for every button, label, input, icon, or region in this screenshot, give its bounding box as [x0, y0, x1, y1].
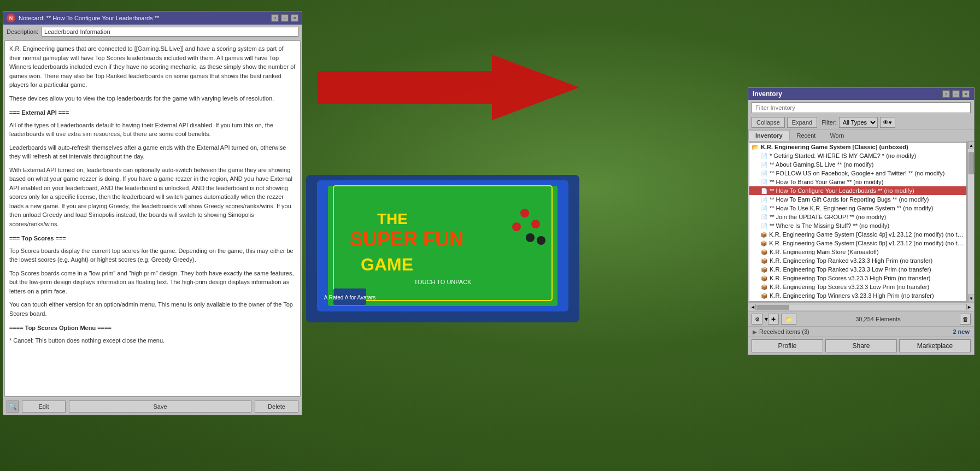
trash-icon: 🗑 [963, 316, 969, 322]
received-arrow: ▶ [753, 329, 757, 335]
inventory-list[interactable]: 📂K.R. Engineering Game System [Classic] … [749, 142, 967, 302]
edit-button[interactable]: Edit [22, 401, 66, 413]
inventory-minimize-btn[interactable]: – [952, 90, 960, 98]
hscroll-row: ◄ ► [748, 302, 974, 311]
inventory-scrollbar[interactable]: ▲ ▼ [967, 142, 974, 302]
expand-button[interactable]: Expand [787, 117, 817, 128]
notecard-window: N Notecard: ** How To Configure Your Lea… [3, 11, 302, 415]
search-btn[interactable]: 🔍 [7, 401, 19, 413]
list-item[interactable]: 📦K.R. Engineering Game System [Classic 4… [749, 230, 966, 239]
inventory-title: Inventory [753, 90, 782, 98]
list-item[interactable]: 📄* Getting Started: WHERE IS MY GAME? * … [749, 151, 966, 160]
notecard-para-9: * Cancel: This button does nothing excep… [9, 336, 296, 345]
list-item[interactable]: 📦K.R. Engineering Top Scores v3.23.3 Hig… [749, 274, 966, 282]
list-item[interactable]: 📦K.R. Engineering Top Winners v3.23.3 Hi… [749, 291, 966, 300]
marketplace-button[interactable]: Marketplace [899, 339, 971, 352]
list-item-label: K.R. Engineering Top Ranked v3.23.3 High… [770, 257, 932, 264]
folder-icon: 📁 [785, 316, 792, 322]
gear-button[interactable]: ⚙ [752, 314, 762, 325]
inventory-help-btn[interactable]: ? [942, 90, 950, 98]
tab-inventory[interactable]: Inventory [748, 130, 790, 141]
svg-point-11 [520, 209, 529, 217]
description-input[interactable] [42, 27, 298, 37]
received-items-row: ▶ Received items (3) 2 new [748, 326, 974, 337]
description-label: Description: [7, 28, 38, 35]
notecard-content-area[interactable]: K.R. Engineering games that are connecte… [4, 40, 301, 397]
doc-item-icon: 📄 [760, 204, 768, 212]
list-item-label: ** Join the UPDATE GROUP! ** (no modify) [770, 214, 886, 220]
svg-text:THE: THE [377, 210, 408, 227]
list-item[interactable]: 📦K.R. Engineering Top Scores v3.23.3 Low… [749, 282, 966, 291]
tab-recent[interactable]: Recent [790, 130, 823, 141]
list-item[interactable]: 📦K.R. Engineering Main Store (Karoastoff… [749, 248, 966, 256]
delete-button[interactable]: Delete [255, 401, 298, 413]
inventory-close-btn[interactable]: ✕ [962, 90, 970, 98]
scroll-up-arrow[interactable]: ▲ [968, 142, 974, 149]
scroll-down-arrow[interactable]: ▼ [968, 295, 974, 302]
list-item[interactable]: 📄** How To Use K.R. Engineering Game Sys… [749, 204, 966, 213]
folder-button[interactable]: 📁 [781, 314, 796, 325]
element-count: 30,254 Elements [799, 316, 958, 322]
list-item-label: K.R. Engineering Top Scores v3.23.3 High… [770, 275, 931, 281]
notecard-minimize-btn[interactable]: – [281, 14, 289, 22]
tab-worn[interactable]: Worn [823, 130, 851, 141]
inventory-search-input[interactable] [752, 102, 971, 113]
box-item-icon: 📦 [760, 283, 768, 291]
box-item-icon: 📦 [760, 266, 768, 273]
notecard-help-btn[interactable]: ? [271, 14, 279, 22]
notecard-title: Notecard: ** How To Configure Your Leade… [19, 15, 159, 21]
list-item[interactable]: 📄** About Gaming.SL Live ** (no modify) [749, 160, 966, 169]
list-item-label: K.R. Engineering Top Ranked v3.23.3 Low … [770, 266, 931, 273]
new-badge: 2 new [953, 328, 970, 335]
list-item[interactable]: 📄** Where Is The Missing Stuff? ** (no m… [749, 221, 966, 230]
trash-button[interactable]: 🗑 [960, 314, 971, 325]
share-button[interactable]: Share [825, 339, 897, 352]
list-item-label: * Getting Started: WHERE IS MY GAME? * (… [770, 152, 916, 159]
list-item[interactable]: 📄** How To Brand Your Game ** (no modify… [749, 178, 966, 186]
list-item[interactable]: 📄** FOLLOW US on Facebook, Google+ and T… [749, 169, 966, 178]
gear-icon: ⚙ [755, 316, 760, 322]
save-button[interactable]: Save [69, 401, 251, 413]
inventory-tabs: Inventory Recent Worn [748, 130, 974, 142]
doc-item-icon: 📄 [760, 178, 768, 186]
list-item-label: K.R. Engineering Game System [Classic 8p… [769, 240, 964, 246]
notecard-para-7: Top Scores boards come in a "low prim" a… [9, 269, 296, 296]
inventory-window: Inventory ? – ✕ Collapse Expand Filter: … [748, 87, 975, 355]
eye-button[interactable]: 👁▾ [880, 117, 895, 128]
notecard-titlebar: N Notecard: ** How To Configure Your Lea… [3, 11, 302, 25]
filter-label: Filter: [821, 119, 837, 126]
hscroll-right[interactable]: ► [967, 304, 972, 310]
profile-button[interactable]: Profile [752, 339, 823, 352]
inventory-action-buttons: Profile Share Marketplace [748, 337, 974, 355]
box-item-icon: 📦 [760, 248, 768, 256]
box-item-icon: 📦 [760, 239, 767, 247]
list-item[interactable]: 📦K.R. Engineering Game System [Classic 8… [749, 239, 966, 248]
hscroll-thumb[interactable] [756, 305, 789, 310]
inventory-search-row [748, 100, 974, 115]
inventory-list-container: 📂K.R. Engineering Game System [Classic] … [748, 142, 974, 302]
filter-select[interactable]: All Types [839, 117, 878, 128]
notecard-close-btn[interactable]: ✕ [291, 14, 298, 22]
add-button[interactable]: + [768, 314, 779, 325]
list-item[interactable]: 📄** How To Earn Gift Cards for Reporting… [749, 195, 966, 204]
hscroll-left[interactable]: ◄ [750, 304, 755, 310]
list-item-label: K.R. Engineering Game System [Classic] (… [761, 144, 908, 150]
list-item[interactable]: 📄** How To Configure Your Leaderboards *… [749, 186, 966, 195]
collapse-button[interactable]: Collapse [752, 117, 785, 128]
list-item-label: K.R. Engineering Top Winners v3.23.3 Low… [770, 301, 932, 302]
list-item[interactable]: 📦K.R. Engineering Top Ranked v3.23.3 Low… [749, 265, 966, 274]
list-item[interactable]: 📦K.R. Engineering Top Winners v3.23.3 Lo… [749, 300, 966, 302]
notecard-para-3: All of the types of Leaderboards default… [9, 121, 296, 139]
doc-item-icon: 📄 [760, 152, 768, 160]
svg-text:GAME: GAME [361, 255, 413, 274]
list-item[interactable]: 📄** Join the UPDATE GROUP! ** (no modify… [749, 213, 966, 221]
list-item-label: ** How To Earn Gift Cards for Reporting … [770, 196, 929, 203]
scroll-thumb[interactable] [969, 152, 974, 174]
list-item-label: ** How To Configure Your Leaderboards **… [770, 187, 914, 194]
list-item[interactable]: 📂K.R. Engineering Game System [Classic] … [749, 143, 966, 151]
eye-icon: 👁 [883, 119, 889, 126]
list-item[interactable]: 📦K.R. Engineering Top Ranked v3.23.3 Hig… [749, 256, 966, 265]
hscroll-track[interactable] [755, 304, 967, 310]
list-item-label: ** Where Is The Missing Stuff? ** (no mo… [770, 222, 889, 229]
svg-text:A Rated A for Avatars: A Rated A for Avatars [324, 295, 375, 301]
